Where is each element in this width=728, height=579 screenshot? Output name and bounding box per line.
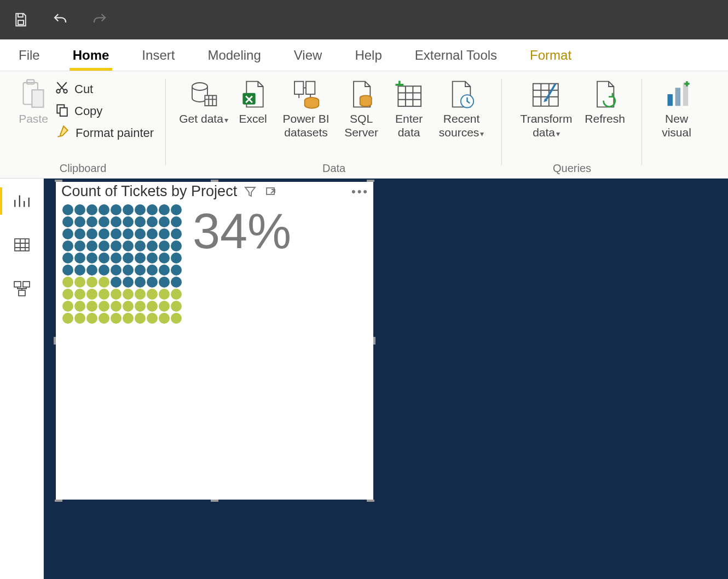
- get-data-label: Get data: [179, 112, 223, 125]
- enter-data-label: Enter data: [387, 112, 431, 139]
- cut-label: Cut: [74, 82, 93, 96]
- svg-rect-19: [675, 88, 680, 106]
- group-insert-title: [654, 161, 699, 177]
- group-data-title: Data: [178, 161, 490, 177]
- enter-data-icon: [394, 77, 424, 112]
- sql-server-icon: [347, 77, 375, 112]
- copy-label: Copy: [74, 104, 102, 118]
- group-queries: Transform data▾ Refresh Queries: [502, 73, 642, 178]
- svg-rect-11: [294, 82, 303, 94]
- svg-point-8: [192, 83, 207, 90]
- excel-button[interactable]: Excel: [232, 77, 274, 125]
- percent-callout: 34%: [193, 204, 291, 256]
- refresh-icon: [591, 77, 619, 112]
- excel-label: Excel: [239, 112, 267, 125]
- titlebar: [0, 0, 728, 39]
- visual-header: Count of Tickets by Project •••: [56, 182, 373, 200]
- report-canvas[interactable]: Count of Tickets by Project ••• 34%: [44, 179, 728, 579]
- tab-help[interactable]: Help: [351, 39, 385, 71]
- recent-sources-icon: [447, 77, 476, 112]
- view-rail: [0, 179, 44, 579]
- pbi-datasets-button[interactable]: Power BI datasets: [276, 77, 336, 139]
- rail-data-view[interactable]: [5, 231, 38, 259]
- get-data-icon: [188, 77, 219, 112]
- svg-rect-23: [23, 282, 30, 287]
- visual-card[interactable]: Count of Tickets by Project ••• 34%: [56, 182, 373, 500]
- excel-icon: [239, 77, 267, 112]
- transform-data-label: Transform data: [521, 112, 573, 139]
- paste-button: Paste: [12, 77, 55, 125]
- ribbon-tabs: File Home Insert Modeling View Help Exte…: [0, 39, 728, 71]
- enter-data-button[interactable]: Enter data: [387, 77, 431, 139]
- waffle-chart: 34%: [56, 200, 373, 324]
- svg-point-5: [63, 89, 67, 93]
- tab-external-tools[interactable]: External Tools: [412, 39, 500, 71]
- svg-rect-12: [306, 82, 315, 94]
- cut-icon: [55, 81, 69, 98]
- copy-icon: [55, 102, 69, 120]
- paste-label: Paste: [19, 112, 48, 125]
- tab-insert[interactable]: Insert: [138, 39, 178, 71]
- paste-icon: [19, 77, 48, 112]
- pbi-datasets-icon: [290, 77, 322, 112]
- svg-rect-18: [668, 94, 673, 106]
- more-options-icon[interactable]: •••: [353, 184, 368, 199]
- recent-sources-button[interactable]: Recent sources▾: [433, 77, 490, 139]
- transform-data-icon: [530, 77, 562, 112]
- svg-rect-15: [398, 86, 421, 106]
- tab-home[interactable]: Home: [70, 39, 113, 71]
- tab-format[interactable]: Format: [527, 39, 575, 71]
- visual-title: Count of Tickets by Project: [61, 183, 237, 200]
- tab-modeling[interactable]: Modeling: [204, 39, 264, 71]
- filter-icon[interactable]: [242, 184, 258, 199]
- new-visual-button[interactable]: New visual: [654, 77, 699, 139]
- get-data-button[interactable]: Get data▾: [178, 77, 229, 125]
- focus-mode-icon[interactable]: [263, 184, 279, 199]
- group-data: Get data▾ Excel: [166, 73, 502, 178]
- tab-view[interactable]: View: [291, 39, 326, 71]
- group-insert: New visual: [642, 73, 711, 178]
- transform-data-button[interactable]: Transform data▾: [514, 77, 579, 139]
- format-painter-button[interactable]: Format painter: [55, 123, 154, 144]
- group-clipboard-title: Clipboard: [12, 161, 154, 177]
- redo-icon: [90, 10, 109, 30]
- svg-rect-21: [15, 239, 29, 251]
- svg-rect-3: [32, 90, 43, 107]
- svg-rect-2: [27, 80, 34, 84]
- rail-report-view[interactable]: [5, 187, 38, 215]
- svg-rect-22: [14, 282, 21, 287]
- new-visual-icon: [662, 77, 691, 112]
- svg-rect-9: [205, 95, 216, 106]
- svg-rect-24: [19, 290, 25, 296]
- pbi-datasets-label: Power BI datasets: [276, 112, 336, 139]
- group-clipboard: Paste Cut: [0, 73, 166, 178]
- svg-rect-7: [60, 108, 67, 116]
- sql-server-button[interactable]: SQL Server: [338, 77, 385, 139]
- refresh-label: Refresh: [585, 112, 625, 125]
- tab-file[interactable]: File: [15, 39, 43, 71]
- save-icon[interactable]: [11, 10, 31, 30]
- copy-button[interactable]: Copy: [55, 101, 154, 122]
- svg-rect-0: [18, 20, 24, 25]
- refresh-button[interactable]: Refresh: [580, 77, 630, 125]
- cut-button[interactable]: Cut: [55, 79, 154, 100]
- rail-model-view[interactable]: [5, 275, 38, 302]
- group-queries-title: Queries: [514, 161, 630, 177]
- new-visual-label: New visual: [654, 112, 699, 139]
- format-painter-label: Format painter: [76, 126, 154, 140]
- svg-point-4: [56, 89, 60, 93]
- sql-server-label: SQL Server: [338, 112, 385, 139]
- workspace: Count of Tickets by Project ••• 34%: [0, 179, 728, 579]
- undo-icon[interactable]: [50, 10, 70, 30]
- format-painter-icon: [55, 124, 70, 142]
- recent-sources-label: Recent sources: [439, 112, 480, 139]
- ribbon: Paste Cut: [0, 71, 728, 179]
